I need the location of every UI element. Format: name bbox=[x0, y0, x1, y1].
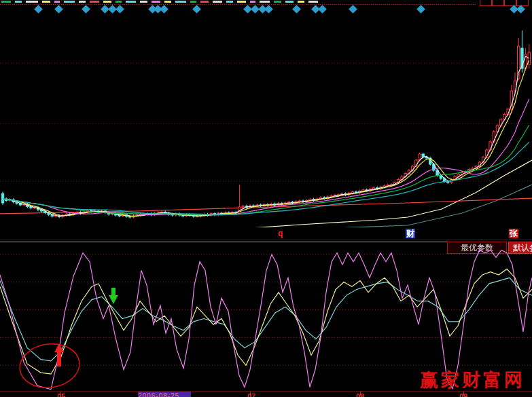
ma-60-line bbox=[3, 142, 529, 214]
event-marker-q: q bbox=[277, 229, 283, 238]
candle-body bbox=[1, 194, 3, 204]
axis-year-label: 08 bbox=[356, 392, 364, 397]
axis-year-label: 07 bbox=[247, 392, 255, 397]
legend-text-fragment bbox=[103, 1, 111, 3]
legend-text-fragment bbox=[175, 1, 186, 3]
legend-text-fragment bbox=[116, 1, 122, 3]
legend-text-fragment bbox=[64, 1, 75, 3]
axis-date-highlight: 2006-08-25 bbox=[138, 392, 191, 397]
ma-fast-line bbox=[3, 56, 529, 216]
event-marker-财: 财 bbox=[406, 229, 415, 238]
axis-date-highlight-text: 2006-08-25 bbox=[138, 392, 191, 397]
axis-year-label: 05 bbox=[57, 392, 65, 397]
legend-text-fragment bbox=[200, 1, 209, 3]
legend-text-fragment bbox=[42, 1, 50, 3]
legend-text-fragment bbox=[54, 1, 60, 3]
legend-text-fragment bbox=[90, 1, 99, 3]
legend-text-fragment bbox=[226, 1, 233, 3]
legend-text-fragment bbox=[126, 1, 136, 3]
legend-text-fragment bbox=[260, 1, 270, 3]
legend-text-fragment bbox=[308, 1, 318, 3]
legend-text-fragment bbox=[285, 1, 294, 3]
app-window: q财张 最优参数 默认参数 050708092006-08-25 赢家财富网 bbox=[0, 0, 532, 397]
toolbar-button[interactable] bbox=[492, 0, 504, 6]
legend-text-fragment bbox=[298, 1, 304, 3]
legend-text-fragment bbox=[26, 1, 38, 3]
event-marker-张: 张 bbox=[509, 229, 518, 238]
toolbar-button[interactable] bbox=[516, 0, 529, 6]
long-ma-red-line bbox=[0, 198, 532, 214]
candle-body bbox=[242, 206, 244, 207]
legend-text-fragment bbox=[164, 1, 171, 3]
annotation-arrow-down-icon bbox=[109, 288, 118, 304]
legend-text-fragment bbox=[237, 1, 246, 3]
toolbar-button[interactable] bbox=[480, 0, 492, 6]
legend-text-fragment bbox=[250, 1, 255, 3]
ma-20-line bbox=[3, 99, 529, 215]
legend-text-fragment bbox=[152, 1, 160, 3]
watermark: 赢家财富网 bbox=[420, 368, 525, 392]
legend-text-fragment bbox=[79, 1, 86, 3]
legend-text-fragment bbox=[274, 1, 281, 3]
kdj-line-D bbox=[0, 278, 532, 361]
panel-divider-line bbox=[0, 240, 532, 240]
kline-chart[interactable] bbox=[0, 12, 532, 227]
legend-text-fragment bbox=[140, 1, 147, 3]
legend-text-fragment bbox=[1, 1, 11, 3]
legend-text-fragment bbox=[190, 1, 196, 3]
legend-text-fragment bbox=[213, 1, 222, 3]
legend-text-fragment bbox=[15, 1, 22, 3]
ma-mid-line bbox=[3, 60, 529, 216]
legend-separator-line bbox=[0, 4, 476, 5]
annotation-arrow-up-icon bbox=[54, 343, 64, 366]
axis-year-label: 09 bbox=[459, 392, 467, 397]
